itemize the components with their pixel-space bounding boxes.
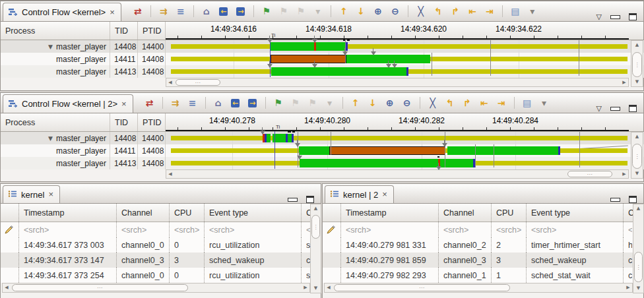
filter-input-4[interactable]: <srch>	[204, 222, 301, 237]
scroll-up-icon[interactable]: ▲	[631, 41, 643, 49]
column-header-ptid[interactable]: PTID	[138, 113, 166, 131]
process-row[interactable]: master_player1441314408	[1, 65, 644, 78]
tab-close-icon[interactable]: ×	[121, 101, 127, 107]
column-header-c[interactable]: C	[623, 204, 632, 222]
move-down-icon[interactable]: ↓	[354, 5, 368, 18]
follow-cpu-backward-icon[interactable]: ↰	[431, 5, 445, 18]
scroll-down-icon[interactable]: ▼	[311, 284, 321, 293]
minimize-icon[interactable]	[610, 198, 620, 202]
tab-close-icon[interactable]: ×	[48, 191, 53, 198]
next-event-icon[interactable]: ⇥	[494, 96, 509, 109]
timeline-row[interactable]	[166, 65, 629, 78]
expand-triangle-icon[interactable]: ▼	[48, 44, 53, 50]
next-state-change-icon[interactable]: →	[234, 5, 248, 18]
filter-input-1[interactable]: <srch>	[340, 222, 438, 237]
event-row[interactable]: 14:49:34.617 373 147channel0_33sched_wak…	[1, 253, 321, 268]
hide-arrows-icon[interactable]: ╳	[426, 96, 440, 109]
follow-cpu-forward-icon[interactable]: ↱	[460, 96, 474, 109]
hscroll-thumb[interactable]: ⋯	[334, 284, 510, 291]
column-header-tid[interactable]: TID	[110, 22, 138, 40]
sync-time-icon[interactable]: ⇄	[143, 96, 157, 109]
sync-time-icon[interactable]: ⇄	[131, 5, 145, 18]
zoom-out-icon[interactable]: ⊖	[388, 5, 402, 18]
follow-cpu-backward-icon[interactable]: ↰	[443, 96, 457, 109]
scroll-down-icon[interactable]: ▼	[633, 284, 643, 293]
scroll-right-icon[interactable]: ▶	[620, 170, 628, 178]
tab-close-icon[interactable]: ×	[110, 9, 115, 16]
move-up-icon[interactable]: ↑	[337, 5, 351, 18]
zoom-out-icon[interactable]: ⊖	[400, 96, 414, 109]
view-menu-icon[interactable]: ▽	[596, 13, 602, 21]
vscroll-thumb[interactable]: ⋮	[634, 252, 643, 282]
scroll-up-icon[interactable]: ▲	[631, 133, 643, 141]
scroll-right-icon[interactable]: ▶	[624, 283, 632, 292]
move-down-icon[interactable]: ↓	[366, 96, 380, 109]
scroll-right-icon[interactable]: ▶	[302, 283, 309, 292]
event-row[interactable]: 14:49:40.279 981 331channel0_22timer_hrt…	[323, 237, 643, 253]
hscroll-thumb[interactable]: ⋯	[176, 79, 220, 86]
timeline-vscrollbar[interactable]: ▲▼⋮	[631, 132, 643, 179]
process-row[interactable]: master_player1441114408	[1, 144, 644, 157]
events-vscrollbar[interactable]: ▲▼⋮	[633, 204, 644, 293]
column-header-process[interactable]: Process	[1, 113, 110, 131]
scroll-left-icon[interactable]: ◀	[166, 78, 174, 86]
timeline-row[interactable]	[166, 40, 629, 53]
move-up-icon[interactable]: ↑	[348, 96, 363, 109]
timeline-row[interactable]	[166, 144, 629, 157]
column-header-c[interactable]: C	[301, 204, 310, 222]
process-row[interactable]: master_player1441114408	[1, 53, 644, 65]
time-marker-menu-icon[interactable]: ▾	[525, 5, 540, 18]
events-vscrollbar[interactable]: ▲▼⋮	[310, 204, 321, 293]
event-row[interactable]: 14:49:34.617 373 003channel0_00rcu_utili…	[1, 237, 321, 253]
filter-input-1[interactable]: <srch>	[18, 222, 116, 237]
scroll-down-icon[interactable]: ▼	[631, 169, 643, 178]
events-hscrollbar[interactable]: ◀▶⋯	[324, 283, 633, 293]
filter-pencil-icon[interactable]	[323, 222, 340, 237]
zoom-in-icon[interactable]: ⊕	[383, 96, 397, 109]
filter-input-5[interactable]: <srch>	[623, 222, 632, 237]
timeline-vscrollbar[interactable]: ▲▼⋮	[631, 40, 643, 87]
scroll-left-icon[interactable]: ◀	[325, 283, 333, 292]
previous-event-icon[interactable]: ⇤	[465, 5, 480, 18]
column-header-cpu[interactable]: CPU	[491, 204, 526, 222]
process-row[interactable]: ▼master_player1440814400	[1, 132, 644, 144]
process-name-cell[interactable]: master_player	[1, 157, 110, 169]
filter-input-3[interactable]: <srch>	[169, 222, 204, 237]
process-name-cell[interactable]: ▼master_player	[1, 132, 110, 144]
column-header-process[interactable]: Process	[1, 22, 110, 40]
maximize-icon[interactable]	[306, 196, 314, 203]
follow-cpu-forward-icon[interactable]: ↱	[448, 5, 463, 18]
timeline-row[interactable]	[166, 157, 629, 169]
prev-state-change-icon[interactable]: ←	[216, 5, 231, 18]
expand-triangle-icon[interactable]: ▼	[48, 135, 53, 142]
minimize-icon[interactable]	[610, 15, 620, 19]
previous-event-icon[interactable]: ⇤	[477, 96, 492, 109]
filter-input-3[interactable]: <srch>	[491, 222, 526, 237]
filter-input-4[interactable]: <srch>	[526, 222, 623, 237]
next-event-icon[interactable]: ⇥	[482, 5, 497, 18]
scroll-left-icon[interactable]: ◀	[166, 170, 174, 178]
scroll-up-icon[interactable]: ▲	[311, 204, 321, 213]
maximize-icon[interactable]	[629, 13, 637, 20]
process-row[interactable]: master_player1441314408	[1, 157, 644, 169]
minimize-icon[interactable]	[610, 107, 620, 111]
tab-close-icon[interactable]: ×	[382, 191, 387, 198]
vscroll-thumb[interactable]: ⋮	[632, 144, 642, 169]
add-time-marker-icon[interactable]: ▤	[520, 96, 534, 109]
add-bookmark-icon[interactable]: ⚑	[271, 96, 286, 109]
add-time-marker-icon[interactable]: ▤	[508, 5, 523, 18]
filter-pencil-icon[interactable]	[1, 222, 18, 237]
tab-events-1[interactable]: kernel×	[3, 185, 60, 203]
maximize-icon[interactable]	[629, 196, 637, 203]
events-hscrollbar[interactable]: ◀▶⋯	[2, 283, 310, 293]
scroll-up-icon[interactable]: ▲	[633, 204, 643, 213]
maximize-icon[interactable]	[629, 105, 637, 112]
timeline-hscrollbar[interactable]: ◀▶⋯	[166, 78, 629, 87]
optimize-icon[interactable]: ⇉	[168, 96, 183, 109]
minimize-icon[interactable]	[288, 198, 298, 202]
add-bookmark-icon[interactable]: ⚑	[259, 5, 274, 18]
process-name-cell[interactable]: master_player	[1, 65, 110, 78]
show-filters-icon[interactable]: ≡	[185, 96, 200, 109]
event-row[interactable]: 14:49:40.279 981 859channel0_33sched_wak…	[323, 253, 643, 268]
process-name-cell[interactable]: master_player	[1, 53, 110, 65]
